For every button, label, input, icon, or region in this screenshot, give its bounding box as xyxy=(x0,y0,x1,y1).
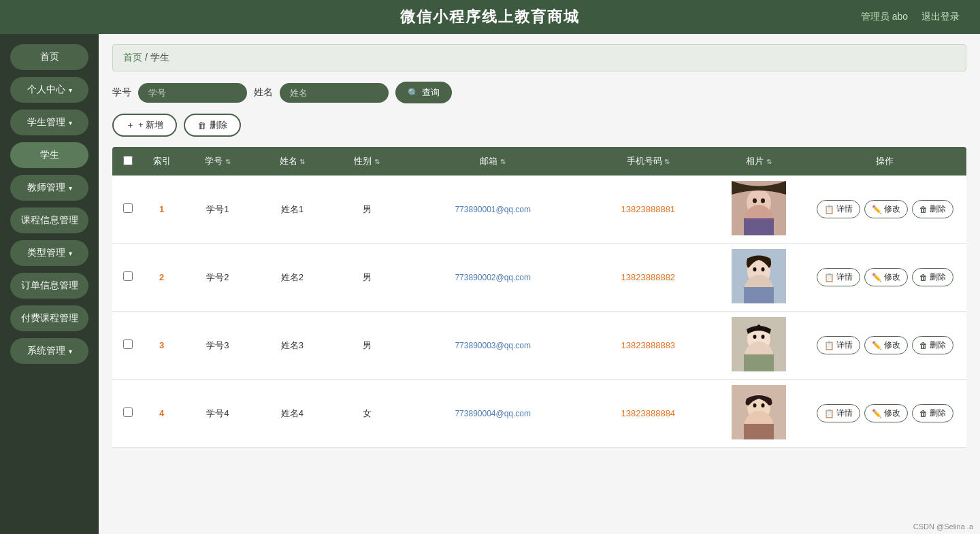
delete-icon: 🗑 xyxy=(919,409,928,418)
watermark: CSDN @Selina .a xyxy=(913,522,973,531)
delete-label: 删除 xyxy=(930,407,946,419)
cell-phone: 13823888881 xyxy=(582,176,715,244)
app-title: 微信小程序线上教育商城 xyxy=(400,7,580,27)
delete-button[interactable]: 🗑 删除 xyxy=(912,200,953,218)
cell-photo xyxy=(715,380,803,448)
cell-student-id: 学号3 xyxy=(180,312,255,380)
search-btn-label: 查询 xyxy=(422,86,440,99)
detail-button[interactable]: 📋 详情 xyxy=(817,404,860,422)
th-index: 索引 xyxy=(143,147,180,176)
sidebar-item-order-mgmt[interactable]: 订单信息管理 xyxy=(10,273,88,299)
edit-button[interactable]: ✏️ 修改 xyxy=(864,404,908,422)
action-bar: ＋ + 新增 🗑 删除 xyxy=(112,114,966,137)
th-name[interactable]: 姓名 ⇅ xyxy=(255,147,330,176)
edit-button[interactable]: ✏️ 修改 xyxy=(864,268,908,286)
sidebar-item-paid-course-mgmt[interactable]: 付费课程管理 xyxy=(10,305,88,331)
top-header: 微信小程序线上教育商城 管理员 abo 退出登录 xyxy=(0,0,980,34)
cell-index[interactable]: 1 xyxy=(143,176,180,244)
sidebar-item-student-mgmt[interactable]: 学生管理 ▾ xyxy=(10,110,88,135)
detail-button[interactable]: 📋 详情 xyxy=(817,336,860,354)
sidebar-item-home[interactable]: 首页 xyxy=(10,44,88,70)
delete-label: 删除 xyxy=(930,203,946,215)
logout-button[interactable]: 退出登录 xyxy=(921,11,960,23)
student-id-label: 学号 xyxy=(112,86,131,99)
sort-icon: ⇅ xyxy=(299,158,305,165)
cell-index[interactable]: 3 xyxy=(143,312,180,380)
row-checkbox[interactable] xyxy=(123,407,133,417)
student-id-input[interactable] xyxy=(138,83,247,103)
edit-icon: ✏️ xyxy=(872,341,882,350)
row-checkbox[interactable] xyxy=(123,339,133,349)
delete-label: 删除 xyxy=(930,271,946,283)
sidebar-label-student-mgmt: 学生管理 xyxy=(27,116,65,129)
chevron-down-icon: ▾ xyxy=(69,86,72,94)
breadcrumb-current: 学生 xyxy=(150,52,169,63)
sidebar-label-paid-course-mgmt: 付费课程管理 xyxy=(21,312,78,324)
cell-index[interactable]: 2 xyxy=(143,244,180,312)
th-photo[interactable]: 相片 ⇅ xyxy=(715,147,803,176)
svg-rect-5 xyxy=(744,218,774,235)
chevron-down-icon: ▾ xyxy=(69,119,72,127)
bulk-delete-button[interactable]: 🗑 删除 xyxy=(184,114,241,137)
cell-phone: 13823888883 xyxy=(582,312,715,380)
delete-icon: 🗑 xyxy=(919,273,928,282)
sidebar-item-profile[interactable]: 个人中心 ▾ xyxy=(10,77,88,103)
detail-icon: 📋 xyxy=(824,409,834,418)
sidebar-label-profile: 个人中心 xyxy=(27,84,65,96)
sidebar-item-course-info-mgmt[interactable]: 课程信息管理 xyxy=(10,207,88,233)
edit-button[interactable]: ✏️ 修改 xyxy=(864,200,908,218)
th-student-id[interactable]: 学号 ⇅ xyxy=(180,147,255,176)
delete-button[interactable]: 🗑 删除 xyxy=(912,268,953,286)
delete-button[interactable]: 🗑 删除 xyxy=(912,336,953,354)
cell-actions: 📋 详情 ✏️ 修改 🗑 删除 xyxy=(803,244,966,312)
th-phone[interactable]: 手机号码 ⇅ xyxy=(582,147,715,176)
chevron-down-icon: ▾ xyxy=(69,348,72,355)
search-button[interactable]: 🔍 查询 xyxy=(395,82,452,103)
svg-point-3 xyxy=(761,199,765,203)
breadcrumb-separator: / xyxy=(145,52,148,63)
sidebar-label-order-mgmt: 订单信息管理 xyxy=(21,280,78,292)
th-email[interactable]: 邮箱 ⇅ xyxy=(404,147,582,176)
add-icon: ＋ xyxy=(126,119,135,131)
detail-icon: 📋 xyxy=(824,205,834,214)
detail-label: 详情 xyxy=(836,203,853,215)
name-input[interactable] xyxy=(280,83,389,103)
add-button[interactable]: ＋ + 新增 xyxy=(112,114,177,137)
cell-name: 姓名4 xyxy=(255,380,330,448)
sidebar-label-student: 学生 xyxy=(40,149,59,161)
cell-checkbox xyxy=(112,380,143,448)
edit-icon: ✏️ xyxy=(872,273,882,282)
cell-gender: 男 xyxy=(329,176,404,244)
detail-icon: 📋 xyxy=(824,273,834,282)
breadcrumb-home[interactable]: 首页 xyxy=(123,52,142,63)
row-checkbox[interactable] xyxy=(123,203,133,213)
sidebar: 首页 个人中心 ▾ 学生管理 ▾ 学生 教师管理 ▾ 课程信息管理 类型管理 ▾… xyxy=(0,34,99,534)
cell-photo xyxy=(715,312,803,380)
edit-icon: ✏️ xyxy=(872,409,882,418)
select-all-checkbox[interactable] xyxy=(123,156,133,165)
name-label: 姓名 xyxy=(254,86,273,99)
sidebar-item-student[interactable]: 学生 xyxy=(10,142,88,168)
svg-point-15 xyxy=(762,335,765,339)
sidebar-item-teacher-mgmt[interactable]: 教师管理 ▾ xyxy=(10,175,88,201)
delete-button[interactable]: 🗑 删除 xyxy=(912,404,953,422)
edit-label: 修改 xyxy=(884,271,900,283)
cell-checkbox xyxy=(112,244,143,312)
edit-button[interactable]: ✏️ 修改 xyxy=(864,336,908,354)
sidebar-item-sys-mgmt[interactable]: 系统管理 ▾ xyxy=(10,338,88,364)
edit-label: 修改 xyxy=(884,407,900,419)
detail-label: 详情 xyxy=(836,271,853,283)
row-checkbox[interactable] xyxy=(123,271,133,281)
cell-phone: 13823888884 xyxy=(582,380,715,448)
detail-icon: 📋 xyxy=(824,341,834,350)
search-bar: 学号 姓名 🔍 查询 xyxy=(112,82,966,103)
chevron-down-icon: ▾ xyxy=(69,184,72,192)
cell-index[interactable]: 4 xyxy=(143,380,180,448)
main-layout: 首页 个人中心 ▾ 学生管理 ▾ 学生 教师管理 ▾ 课程信息管理 类型管理 ▾… xyxy=(0,34,980,534)
edit-label: 修改 xyxy=(884,203,900,215)
sidebar-item-type-mgmt[interactable]: 类型管理 ▾ xyxy=(10,240,88,266)
detail-button[interactable]: 📋 详情 xyxy=(817,200,860,218)
cell-student-id: 学号2 xyxy=(180,244,255,312)
detail-button[interactable]: 📋 详情 xyxy=(817,268,860,286)
th-gender[interactable]: 性别 ⇅ xyxy=(329,147,404,176)
